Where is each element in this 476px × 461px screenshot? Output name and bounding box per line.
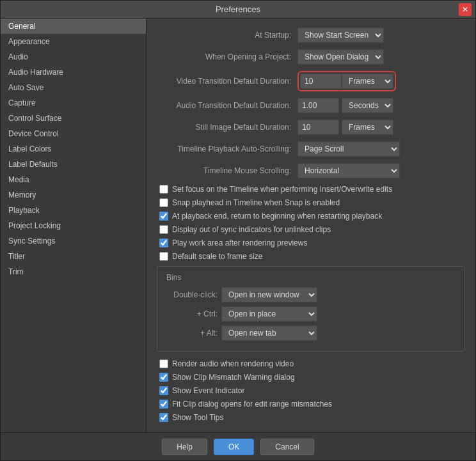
bins-title: Bins — [166, 273, 456, 282]
video-transition-row: Video Transition Default Duration: Frame… — [157, 71, 465, 91]
opening-project-label: When Opening a Project: — [157, 52, 298, 61]
audio-transition-unit-select[interactable]: Seconds Frames — [342, 98, 393, 113]
cb-event-indicator-label: Show Event Indicator — [172, 386, 244, 395]
timeline-mouse-control: Horizontal Vertical — [298, 163, 400, 178]
sidebar-item-control-surface[interactable]: Control Surface — [1, 111, 146, 126]
sidebar-item-memory[interactable]: Memory — [1, 187, 146, 203]
timeline-mouse-row: Timeline Mouse Scrolling: Horizontal Ver… — [157, 163, 465, 178]
checkbox-row-3: At playback end, return to beginning whe… — [157, 212, 465, 221]
sidebar-item-capture[interactable]: Capture — [1, 95, 146, 111]
cb-render-audio[interactable] — [159, 359, 168, 368]
sidebar-item-trim[interactable]: Trim — [1, 264, 146, 279]
sidebar-item-label-defaults[interactable]: Label Defaults — [1, 157, 146, 172]
still-image-control: Frames Seconds — [298, 120, 393, 135]
main-panel: At Startup: Show Start Screen Show Open … — [147, 19, 475, 432]
checkbox-row-8: Show Clip Mismatch Warning dialog — [157, 373, 465, 382]
checkbox-row-7: Render audio when rendering video — [157, 359, 465, 368]
checkboxes-group1: Set focus on the Timeline when performin… — [157, 185, 465, 261]
opening-project-row: When Opening a Project: Show Open Dialog… — [157, 49, 465, 65]
bins-double-click-select[interactable]: Open in new window Open in place Open ne… — [221, 287, 317, 302]
sidebar-item-label-colors[interactable]: Label Colors — [1, 141, 146, 157]
startup-control: Show Start Screen Show Open Dialog Open … — [298, 27, 384, 43]
timeline-playback-control: Page Scroll Smooth Scroll No Scroll — [298, 141, 400, 157]
sidebar-item-sync-settings[interactable]: Sync Settings — [1, 233, 146, 249]
sidebar-item-playback[interactable]: Playback — [1, 203, 146, 218]
checkbox-row-9: Show Event Indicator — [157, 386, 465, 395]
cb-clip-mismatch[interactable] — [159, 373, 168, 382]
dialog-title: Preferences — [216, 4, 260, 14]
footer: Help OK Cancel — [1, 432, 475, 460]
cb-show-tool-tips[interactable] — [159, 413, 168, 422]
cb-out-of-sync[interactable] — [159, 225, 168, 234]
cb-snap-playhead-label: Snap playhead in Timeline when Snap is e… — [172, 198, 340, 207]
close-button[interactable]: ✕ — [459, 3, 472, 16]
still-image-input[interactable] — [298, 120, 339, 135]
bins-section: Bins Double-click: Open in new window Op… — [157, 266, 465, 352]
still-image-row: Still Image Default Duration: Frames Sec… — [157, 120, 465, 135]
video-transition-input[interactable] — [300, 74, 342, 89]
cb-snap-playhead[interactable] — [159, 198, 168, 207]
checkbox-row-2: Snap playhead in Timeline when Snap is e… — [157, 198, 465, 207]
bins-double-click-label: Double-click: — [166, 290, 218, 299]
sidebar-item-device-control[interactable]: Device Control — [1, 126, 146, 141]
cb-event-indicator[interactable] — [159, 386, 168, 395]
checkbox-row-11: Show Tool Tips — [157, 413, 465, 422]
opening-project-select[interactable]: Show Open Dialog Do Nothing — [298, 49, 384, 65]
sidebar-item-audio-hardware[interactable]: Audio Hardware — [1, 65, 146, 80]
cb-return-beginning-label: At playback end, return to beginning whe… — [172, 212, 382, 221]
sidebar-item-titler[interactable]: Titler — [1, 249, 146, 264]
timeline-playback-select[interactable]: Page Scroll Smooth Scroll No Scroll — [298, 141, 400, 157]
cb-fit-clip-dialog-label: Fit Clip dialog opens for edit range mis… — [172, 400, 332, 409]
video-transition-label: Video Transition Default Duration: — [157, 77, 298, 86]
help-button[interactable]: Help — [162, 439, 207, 455]
checkbox-row-10: Fit Clip dialog opens for edit range mis… — [157, 400, 465, 409]
bins-ctrl-select[interactable]: Open in place Open in new window Open ne… — [221, 306, 317, 322]
startup-row: At Startup: Show Start Screen Show Open … — [157, 27, 465, 43]
bins-alt-label: + Alt: — [166, 329, 218, 338]
bins-ctrl-row: + Ctrl: Open in place Open in new window… — [166, 306, 456, 322]
timeline-mouse-select[interactable]: Horizontal Vertical — [298, 163, 400, 178]
audio-transition-label: Audio Transition Default Duration: — [157, 101, 298, 110]
bins-ctrl-label: + Ctrl: — [166, 309, 218, 318]
dialog-content: General Appearance Audio Audio Hardware … — [1, 19, 475, 432]
startup-select[interactable]: Show Start Screen Show Open Dialog Open … — [298, 27, 384, 43]
sidebar-item-audio[interactable]: Audio — [1, 49, 146, 65]
title-bar: Preferences ✕ — [1, 1, 475, 19]
cb-return-beginning[interactable] — [159, 212, 168, 221]
sidebar-item-appearance[interactable]: Appearance — [1, 34, 146, 49]
cb-fit-clip-dialog[interactable] — [159, 400, 168, 409]
still-image-label: Still Image Default Duration: — [157, 123, 298, 132]
bins-double-click-row: Double-click: Open in new window Open in… — [166, 287, 456, 302]
checkbox-row-1: Set focus on the Timeline when performin… — [157, 185, 465, 194]
sidebar-item-project-locking[interactable]: Project Locking — [1, 218, 146, 233]
checkbox-row-4: Display out of sync indicators for unlin… — [157, 225, 465, 234]
ok-button[interactable]: OK — [214, 439, 254, 455]
sidebar-item-auto-save[interactable]: Auto Save — [1, 80, 146, 95]
cb-default-scale-label: Default scale to frame size — [172, 252, 262, 261]
cb-focus-timeline[interactable] — [159, 185, 168, 194]
audio-transition-row: Audio Transition Default Duration: Secon… — [157, 98, 465, 113]
sidebar-item-general[interactable]: General — [1, 19, 146, 34]
audio-transition-input[interactable] — [298, 98, 339, 113]
opening-project-control: Show Open Dialog Do Nothing — [298, 49, 384, 65]
checkbox-row-6: Default scale to frame size — [157, 252, 465, 261]
video-transition-unit-select[interactable]: Frames Seconds — [342, 74, 393, 89]
video-transition-highlight: Frames Seconds — [298, 71, 396, 91]
cb-default-scale[interactable] — [159, 252, 168, 261]
checkboxes-group2: Render audio when rendering video Show C… — [157, 359, 465, 422]
timeline-mouse-label: Timeline Mouse Scrolling: — [157, 166, 298, 175]
sidebar-item-media[interactable]: Media — [1, 172, 146, 187]
cb-clip-mismatch-label: Show Clip Mismatch Warning dialog — [172, 373, 295, 382]
audio-transition-control: Seconds Frames — [298, 98, 393, 113]
cb-play-work-area[interactable] — [159, 238, 168, 247]
bins-alt-row: + Alt: Open new tab Open in new window O… — [166, 325, 456, 341]
cancel-button[interactable]: Cancel — [260, 439, 313, 455]
bins-alt-select[interactable]: Open new tab Open in new window Open in … — [221, 325, 317, 341]
still-image-unit-select[interactable]: Frames Seconds — [342, 120, 393, 135]
timeline-playback-row: Timeline Playback Auto-Scrolling: Page S… — [157, 141, 465, 157]
checkbox-row-5: Play work area after rendering previews — [157, 238, 465, 247]
cb-render-audio-label: Render audio when rendering video — [172, 359, 294, 368]
sidebar: General Appearance Audio Audio Hardware … — [1, 19, 147, 432]
cb-play-work-area-label: Play work area after rendering previews — [172, 238, 307, 247]
startup-label: At Startup: — [157, 31, 298, 40]
